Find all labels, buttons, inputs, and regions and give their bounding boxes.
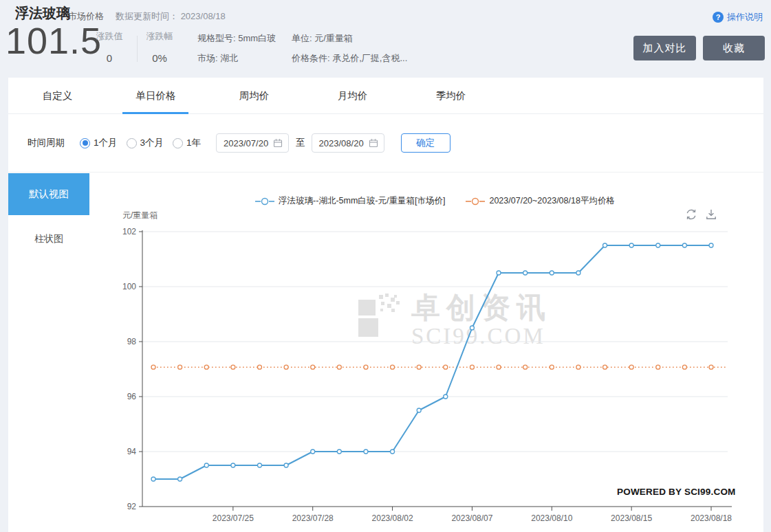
tab-bar: 自定义单日价格周均价月均价季均价 <box>8 78 763 114</box>
change-label: 涨跌值 <box>90 30 129 43</box>
date-from-input[interactable]: 2023/07/20 <box>216 133 289 153</box>
date-to-input[interactable]: 2023/08/20 <box>312 133 384 153</box>
svg-text:2023/08/07: 2023/08/07 <box>451 513 492 523</box>
add-compare-button[interactable]: 加入对比 <box>633 36 696 60</box>
favorite-button[interactable]: 收藏 <box>703 36 765 60</box>
radio-label: 3个月 <box>140 137 164 149</box>
radio-period-1[interactable]: 3个月 <box>127 137 164 149</box>
calendar-icon <box>273 138 283 148</box>
svg-text:2023/08/02: 2023/08/02 <box>372 513 413 523</box>
radio-period-0[interactable]: 1个月 <box>80 137 118 149</box>
svg-text:92: 92 <box>127 502 137 511</box>
calendar-icon <box>369 138 378 148</box>
unit-condition-info: 单位: 元/重量箱 价格条件: 承兑价,厂提,含税... <box>292 28 407 68</box>
divider <box>137 36 138 62</box>
update-time: 数据更新时间： 2023/08/18 <box>116 10 226 23</box>
main-panel: 自定义单日价格周均价月均价季均价 时间周期 1个月3个月1年 2023/07/2… <box>8 78 763 532</box>
divider <box>8 172 763 173</box>
watermark-logo <box>358 293 402 339</box>
y-axis-unit-label: 元/重量箱 <box>122 210 158 221</box>
date-from-value: 2023/07/20 <box>224 138 268 148</box>
sidebar-item-bar-chart[interactable]: 柱状图 <box>8 229 89 250</box>
svg-text:2023/07/25: 2023/07/25 <box>213 513 254 523</box>
spec-line: 规格型号: 5mm白玻 <box>197 28 276 48</box>
powered-by-label: POWERED BY SCI99.COM <box>617 487 736 497</box>
svg-text:2023/08/18: 2023/08/18 <box>691 513 732 523</box>
svg-text:102: 102 <box>122 227 136 236</box>
tab-3[interactable]: 月均价 <box>303 78 402 114</box>
confirm-button[interactable]: 确定 <box>401 133 450 153</box>
refresh-icon[interactable] <box>684 208 698 221</box>
help-link[interactable]: ? 操作说明 <box>713 11 763 23</box>
tab-0[interactable]: 自定义 <box>8 78 107 114</box>
legend-marker-icon <box>466 197 485 206</box>
chart-legend: 浮法玻璃--湖北-5mm白玻-元/重量箱[市场价]2023/07/20~2023… <box>142 195 728 207</box>
condition-line: 价格条件: 承兑价,厂提,含税... <box>292 48 407 68</box>
radio-icon <box>127 138 137 148</box>
change-pct-block: 涨跌幅 0% <box>140 30 179 64</box>
market-line: 市场: 湖北 <box>197 48 276 68</box>
tab-4[interactable]: 季均价 <box>402 78 500 114</box>
watermark-subtitle: SCI99.COM <box>411 325 552 348</box>
question-icon: ? <box>713 12 724 23</box>
chart-toolbar <box>684 208 718 221</box>
radio-period-2[interactable]: 1年 <box>173 137 201 149</box>
legend-label: 2023/07/20~2023/08/18平均价格 <box>489 195 614 207</box>
legend-label: 浮法玻璃--湖北-5mm白玻-元/重量箱[市场价] <box>279 195 445 207</box>
radio-icon <box>80 138 90 148</box>
time-period-label: 时间周期 <box>28 137 65 149</box>
tab-2[interactable]: 周均价 <box>205 78 303 114</box>
current-price: 101.5 <box>6 19 102 62</box>
change-value: 0 <box>90 52 129 64</box>
svg-text:100: 100 <box>122 282 136 291</box>
help-label: 操作说明 <box>727 11 763 23</box>
radio-group: 1个月3个月1年 <box>80 137 210 149</box>
svg-text:94: 94 <box>127 447 137 456</box>
tab-1[interactable]: 单日价格 <box>107 78 205 114</box>
legend-item-0[interactable]: 浮法玻璃--湖北-5mm白玻-元/重量箱[市场价] <box>255 195 445 207</box>
spec-market-info: 规格型号: 5mm白玻 市场: 湖北 <box>197 28 276 68</box>
unit-line: 单位: 元/重量箱 <box>292 28 407 48</box>
radio-label: 1年 <box>186 137 201 149</box>
svg-text:2023/07/28: 2023/07/28 <box>292 513 334 523</box>
watermark: 卓创资讯 SCI99.COM <box>358 293 552 348</box>
legend-marker-icon <box>255 197 274 206</box>
svg-text:98: 98 <box>127 337 137 346</box>
watermark-title: 卓创资讯 <box>411 293 552 322</box>
change-pct-value: 0% <box>140 52 179 64</box>
legend-item-1[interactable]: 2023/07/20~2023/08/18平均价格 <box>466 195 614 207</box>
download-icon[interactable] <box>704 208 718 221</box>
radio-icon <box>173 138 183 148</box>
filter-bar: 时间周期 1个月3个月1年 2023/07/20 至 2023/08/20 确定 <box>28 133 450 153</box>
svg-text:2023/08/15: 2023/08/15 <box>611 513 652 523</box>
change-pct-label: 涨跌幅 <box>140 30 179 43</box>
sidebar-item-default-view[interactable]: 默认视图 <box>8 173 89 215</box>
radio-label: 1个月 <box>94 137 118 149</box>
change-value-block: 涨跌值 0 <box>90 30 129 64</box>
svg-text:2023/08/10: 2023/08/10 <box>531 513 572 523</box>
header: 浮法玻璃 市场价格 数据更新时间： 2023/08/18 101.5 涨跌值 0… <box>0 0 771 78</box>
svg-text:96: 96 <box>127 392 137 401</box>
date-to-value: 2023/08/20 <box>319 138 364 148</box>
to-label: 至 <box>296 137 305 149</box>
